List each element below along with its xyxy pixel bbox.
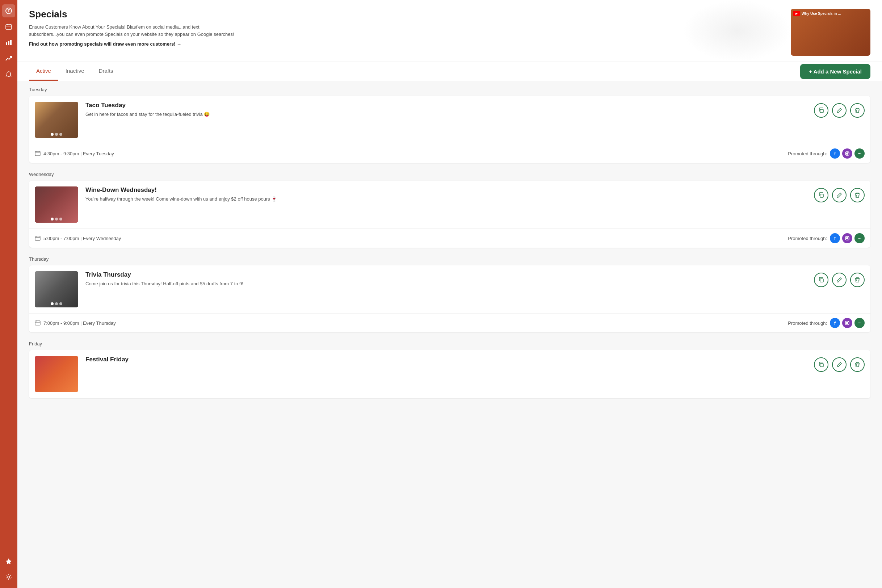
day-group-tuesday: Tuesday Taco Tuesday Get in here for tac… bbox=[29, 87, 870, 163]
promo-through-wine: Promoted through: f ··· bbox=[788, 233, 865, 243]
tabs-bar: Active Inactive Drafts + Add a New Speci… bbox=[17, 62, 882, 81]
tabs-container: Active Inactive Drafts bbox=[29, 62, 121, 81]
special-description-taco: Get in here for tacos and stay for the t… bbox=[86, 111, 807, 118]
delete-button-trivia[interactable] bbox=[850, 273, 865, 287]
special-card-taco-tuesday: Taco Tuesday Get in here for tacos and s… bbox=[29, 96, 870, 163]
more-social-icon-taco[interactable]: ··· bbox=[855, 148, 865, 159]
time-text-taco: 4:30pm - 9:30pm | Every Tuesday bbox=[44, 151, 114, 156]
special-image-trivia bbox=[35, 271, 78, 308]
card-actions-taco bbox=[814, 102, 865, 138]
card-top-festival: Festival Friday bbox=[29, 350, 870, 398]
card-info-wine: Wine-Down Wednesday! You're halfway thro… bbox=[86, 186, 807, 223]
promo-link[interactable]: Find out how promoting specials will dra… bbox=[29, 41, 234, 47]
svg-text:T: T bbox=[8, 9, 10, 13]
card-info-festival: Festival Friday bbox=[86, 356, 807, 392]
promoted-label-wine: Promoted through: bbox=[788, 236, 827, 241]
more-social-icon-trivia[interactable]: ··· bbox=[855, 318, 865, 328]
edit-button-taco[interactable] bbox=[832, 103, 846, 118]
add-special-button[interactable]: + Add a New Special bbox=[800, 64, 870, 79]
edit-button-festival[interactable] bbox=[832, 357, 846, 372]
pin-sidebar-icon[interactable] bbox=[2, 555, 15, 568]
card-info-trivia: Trivia Thursday Come join us for trivia … bbox=[86, 271, 807, 308]
svg-point-9 bbox=[8, 576, 10, 578]
day-label-thursday: Thursday bbox=[29, 256, 870, 262]
special-card-wine-wednesday: Wine-Down Wednesday! You're halfway thro… bbox=[29, 181, 870, 248]
more-social-icon-wine[interactable]: ··· bbox=[855, 233, 865, 243]
card-bottom-taco: 4:30pm - 9:30pm | Every Tuesday Promoted… bbox=[29, 144, 870, 163]
card-info-taco: Taco Tuesday Get in here for tacos and s… bbox=[86, 102, 807, 138]
svg-rect-2 bbox=[6, 25, 12, 29]
special-title-wine: Wine-Down Wednesday! bbox=[86, 186, 807, 194]
tab-active[interactable]: Active bbox=[29, 62, 58, 81]
tab-inactive[interactable]: Inactive bbox=[58, 62, 92, 81]
day-label-tuesday: Tuesday bbox=[29, 87, 870, 92]
card-actions-trivia bbox=[814, 271, 865, 308]
special-description-wine: You're halfway through the week! Come wi… bbox=[86, 196, 807, 202]
instagram-icon-taco bbox=[842, 148, 852, 159]
edit-button-wine[interactable] bbox=[832, 188, 846, 202]
card-top-trivia: Trivia Thursday Come join us for trivia … bbox=[29, 266, 870, 314]
svg-rect-27 bbox=[35, 321, 40, 325]
svg-rect-18 bbox=[820, 194, 824, 197]
day-group-thursday: Thursday Trivia Thursday Come join us fo… bbox=[29, 256, 870, 332]
facebook-icon-wine: f bbox=[830, 233, 840, 243]
instagram-icon-trivia bbox=[842, 318, 852, 328]
svg-point-25 bbox=[848, 237, 849, 237]
social-icons-taco: f ··· bbox=[830, 148, 865, 159]
special-card-festival-friday: Festival Friday bbox=[29, 350, 870, 398]
edit-button-trivia[interactable] bbox=[832, 273, 846, 287]
header-description-1: Ensure Customers Know About Your Special… bbox=[29, 24, 234, 38]
svg-rect-7 bbox=[8, 41, 9, 45]
copy-button-trivia[interactable] bbox=[814, 273, 828, 287]
sidebar: T bbox=[0, 0, 17, 588]
notification-sidebar-icon[interactable] bbox=[2, 68, 15, 81]
promo-through-taco: Promoted through: f ··· bbox=[788, 148, 865, 159]
image-dots-trivia bbox=[51, 302, 62, 305]
promoted-label-trivia: Promoted through: bbox=[788, 320, 827, 326]
social-icons-trivia: f ··· bbox=[830, 318, 865, 328]
copy-button-festival[interactable] bbox=[814, 357, 828, 372]
card-top-wine: Wine-Down Wednesday! You're halfway thro… bbox=[29, 181, 870, 229]
special-image-taco bbox=[35, 102, 78, 138]
card-time-trivia: 7:00pm - 9:00pm | Every Thursday bbox=[35, 320, 116, 326]
card-time-wine: 5:00pm - 7:00pm | Every Wednesday bbox=[35, 236, 121, 241]
card-actions-wine bbox=[814, 186, 865, 223]
settings-sidebar-icon[interactable] bbox=[2, 571, 15, 584]
special-card-trivia-thursday: Trivia Thursday Come join us for trivia … bbox=[29, 266, 870, 332]
svg-rect-8 bbox=[10, 40, 12, 45]
svg-rect-10 bbox=[820, 110, 824, 112]
svg-rect-19 bbox=[35, 236, 40, 240]
svg-rect-11 bbox=[35, 152, 40, 156]
delete-button-wine[interactable] bbox=[850, 188, 865, 202]
social-icons-wine: f ··· bbox=[830, 233, 865, 243]
tab-drafts[interactable]: Drafts bbox=[92, 62, 121, 81]
special-title-trivia: Trivia Thursday bbox=[86, 271, 807, 278]
special-title-festival: Festival Friday bbox=[86, 356, 807, 363]
copy-button-wine[interactable] bbox=[814, 188, 828, 202]
card-time-taco: 4:30pm - 9:30pm | Every Tuesday bbox=[35, 151, 114, 156]
delete-button-festival[interactable] bbox=[850, 357, 865, 372]
video-thumbnail[interactable]: ▶ Why Use Specials in ... ▶ bbox=[791, 9, 870, 56]
video-title: Why Use Specials in ... bbox=[802, 12, 841, 16]
svg-rect-34 bbox=[820, 363, 824, 367]
svg-rect-6 bbox=[6, 42, 7, 45]
facebook-icon-taco: f bbox=[830, 148, 840, 159]
special-description-trivia: Come join us for trivia this Thursday! H… bbox=[86, 280, 807, 287]
facebook-icon-trivia: f bbox=[830, 318, 840, 328]
copy-button-taco[interactable] bbox=[814, 103, 828, 118]
promoted-label: Promoted through: bbox=[788, 151, 827, 156]
svg-point-24 bbox=[846, 237, 848, 239]
promo-through-trivia: Promoted through: f ··· bbox=[788, 318, 865, 328]
header-bg-decoration bbox=[683, 0, 792, 62]
svg-point-17 bbox=[848, 152, 849, 153]
calendar-sidebar-icon[interactable] bbox=[2, 20, 15, 33]
chart-sidebar-icon[interactable] bbox=[2, 36, 15, 49]
instagram-icon-wine bbox=[842, 233, 852, 243]
svg-point-32 bbox=[846, 322, 848, 324]
image-dots bbox=[51, 133, 62, 136]
trending-sidebar-icon[interactable] bbox=[2, 52, 15, 65]
delete-button-taco[interactable] bbox=[850, 103, 865, 118]
image-dots-wine bbox=[51, 218, 62, 220]
logo-icon[interactable]: T bbox=[2, 4, 15, 17]
card-bottom-wine: 5:00pm - 7:00pm | Every Wednesday Promot… bbox=[29, 229, 870, 248]
